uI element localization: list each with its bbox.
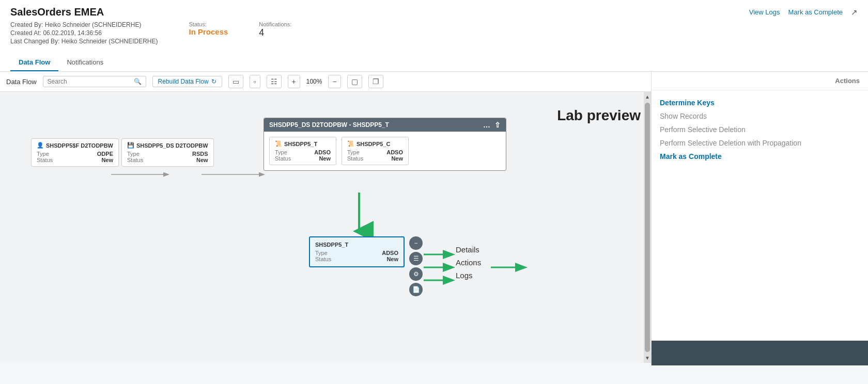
logs-label: Logs: [456, 271, 473, 280]
inner2-title: 📜 SHSDPP5_C: [347, 140, 403, 147]
created-at-label: Created At:: [10, 29, 41, 37]
scroll-down-arrow[interactable]: ▼: [645, 355, 650, 361]
mark-as-complete-link[interactable]: Mark as Complete: [788, 8, 843, 16]
determine-keys-link[interactable]: Determine Keys: [660, 99, 860, 107]
app-title: SalesOrders EMEA: [10, 6, 104, 18]
zoom-out-button[interactable]: −: [328, 75, 340, 88]
right-panel-header: Actions: [652, 72, 868, 90]
arrow-to-logs: [424, 275, 455, 285]
inner-node-2[interactable]: 📜 SHSDPP5_C Type Status ADSO New: [342, 137, 409, 165]
node2-title: 💾 SHSDPP5_DS D2TODPBW: [127, 142, 208, 149]
fit-height-button[interactable]: ▫: [250, 75, 260, 88]
zoom-label: 100%: [306, 78, 322, 85]
tab-notifications[interactable]: Notifications: [58, 54, 112, 71]
toolbar-label: Data Flow: [6, 78, 37, 86]
fullscreen-button[interactable]: ❐: [368, 75, 383, 88]
right-panel-actions: Determine Keys Show Records Perform Sele…: [652, 90, 868, 169]
right-panel-footer: [652, 341, 868, 365]
node2-icon: 💾: [127, 142, 134, 149]
external-link-icon[interactable]: ↗: [851, 8, 858, 17]
canvas-area: Lab preview 👤 SHSDPP5$F D2TODPBW Type St…: [0, 92, 651, 363]
zoom-in-button[interactable]: +: [288, 75, 300, 88]
node1-icon: 👤: [37, 142, 44, 149]
toolbar-bar: Data Flow 🔍 Rebuild Data Flow ↻ ▭ ▫ ☷ + …: [0, 72, 651, 92]
search-icon: 🔍: [134, 78, 142, 85]
grid-button[interactable]: ☷: [267, 75, 282, 88]
created-by-value: Heiko Schneider (SCHNEIDERHE): [45, 21, 142, 28]
scroll-thumb[interactable]: [645, 103, 650, 352]
selected-node[interactable]: SHSDPP5_T Type Status ADSO New: [309, 236, 405, 267]
status-block: Status: In Process: [189, 21, 228, 36]
search-input[interactable]: [48, 78, 131, 85]
node1-title: 👤 SHSDPP5$F D2TODPBW: [37, 142, 113, 149]
green-down-arrow: [351, 193, 367, 239]
status-value: In Process: [189, 27, 228, 36]
node1-type-value: ODPE: [97, 151, 113, 157]
scrollbar-track: ▲ ▼: [644, 92, 651, 363]
node-shsdpp5-ds[interactable]: 💾 SHSDPP5_DS D2TODPBW Type Status RSDS N…: [121, 138, 214, 167]
arrow-to-details: [424, 249, 455, 260]
scroll-up-arrow[interactable]: ▲: [645, 94, 650, 100]
dataflow-panel: Data Flow 🔍 Rebuild Data Flow ↻ ▭ ▫ ☷ + …: [0, 72, 651, 365]
inner2-icon: 📜: [347, 140, 354, 147]
node-details-button[interactable]: ☰: [409, 252, 423, 265]
rebuild-data-flow-button[interactable]: Rebuild Data Flow ↻: [152, 76, 222, 87]
node-minus-button[interactable]: −: [409, 236, 423, 250]
fit-width-button[interactable]: ▭: [228, 75, 243, 88]
perform-selective-deletion-propagation-link[interactable]: Perform Selective Deletion with Propagat…: [660, 139, 860, 147]
status-label: Status:: [189, 21, 228, 27]
node-action-buttons: − ☰ ⚙ 📄: [409, 236, 423, 296]
lab-preview-label: Lab preview: [557, 107, 641, 124]
refresh-icon: ↻: [211, 78, 216, 85]
header-actions: View Logs Mark as Complete ↗: [749, 8, 858, 17]
group-collapse-icon[interactable]: ⇧: [494, 121, 501, 129]
notifications-label: Notifications:: [259, 21, 291, 27]
group-box: SHSDPP5_DS D2TODPBW - SHSDPP5_T … ⇧ 📜 SH…: [264, 118, 506, 171]
node1-status-label: Status: [37, 157, 53, 163]
arrow-1-2: [111, 169, 173, 180]
mark-as-complete-action-link[interactable]: Mark as Complete: [660, 152, 860, 161]
meta-info: Created By: Heiko Schneider (SCHNEIDERHE…: [10, 21, 158, 45]
node-actions-button[interactable]: ⚙: [409, 267, 423, 281]
created-by-label: Created By:: [10, 21, 43, 28]
node-logs-button[interactable]: 📄: [409, 283, 423, 296]
view-logs-link[interactable]: View Logs: [749, 8, 780, 16]
node-shsdpp5f[interactable]: 👤 SHSDPP5$F D2TODPBW Type Status ODPE Ne…: [31, 138, 119, 167]
show-records-link[interactable]: Show Records: [660, 112, 860, 120]
arrow-to-actions: [424, 262, 455, 273]
right-panel: Actions Determine Keys Show Records Perf…: [651, 72, 868, 365]
last-changed-label: Last Changed By:: [10, 38, 59, 45]
details-label: Details: [456, 245, 479, 254]
tabs-row: Data Flow Notifications: [10, 54, 858, 71]
group-menu-icon[interactable]: …: [483, 121, 490, 129]
notifications-block: Notifications: 4: [259, 21, 291, 38]
group-title: SHSDPP5_DS D2TODPBW - SHSDPP5_T: [269, 121, 389, 129]
tab-data-flow[interactable]: Data Flow: [10, 54, 58, 71]
arrow-to-panel: [491, 262, 527, 273]
search-box[interactable]: 🔍: [43, 76, 146, 87]
node1-status-value: New: [97, 157, 113, 163]
created-at-value: 06.02.2019, 14:36:56: [43, 29, 101, 37]
actions-label: Actions: [456, 258, 481, 267]
inner1-title: 📜 SHSDPP5_T: [275, 140, 331, 147]
inner-node-1[interactable]: 📜 SHSDPP5_T Type Status ADSO New: [269, 137, 336, 165]
node1-type-label: Type: [37, 151, 53, 157]
content-area: Data Flow 🔍 Rebuild Data Flow ↻ ▭ ▫ ☷ + …: [0, 72, 868, 365]
last-changed-value: Heiko Schneider (SCHNEIDERHE): [61, 38, 158, 45]
notifications-value: 4: [259, 27, 291, 38]
top-header: SalesOrders EMEA View Logs Mark as Compl…: [0, 0, 868, 72]
group-header: SHSDPP5_DS D2TODPBW - SHSDPP5_T … ⇧: [264, 118, 506, 132]
arrow-2-group: [202, 169, 269, 180]
perform-selective-deletion-link[interactable]: Perform Selective Deletion: [660, 125, 860, 134]
screen-button[interactable]: ▢: [347, 75, 362, 88]
selected-node-title: SHSDPP5_T: [315, 242, 398, 248]
inner1-icon: 📜: [275, 140, 282, 147]
